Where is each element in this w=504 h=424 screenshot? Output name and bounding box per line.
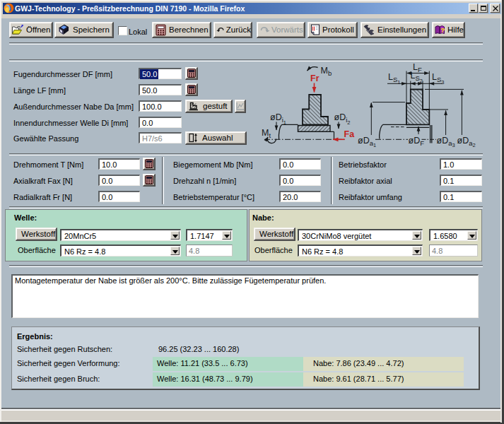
- svg-text:Mb: Mb: [321, 66, 332, 77]
- svg-text:øDi1: øDi1: [270, 112, 286, 126]
- svg-text:Mt: Mt: [262, 128, 271, 139]
- svg-text:øDa2: øDa2: [457, 136, 476, 149]
- svg-text:øDF: øDF: [409, 136, 425, 147]
- svg-text:øDi2: øDi2: [334, 112, 351, 126]
- svg-text:LS3: LS3: [432, 72, 444, 86]
- svg-text:Fa: Fa: [344, 129, 356, 139]
- svg-text:øDa3: øDa3: [437, 136, 455, 149]
- svg-text:Fr: Fr: [310, 73, 320, 83]
- svg-text:?: ?: [440, 26, 445, 33]
- svg-text:øDa1: øDa1: [358, 136, 376, 149]
- svg-text:LS1: LS1: [388, 72, 400, 86]
